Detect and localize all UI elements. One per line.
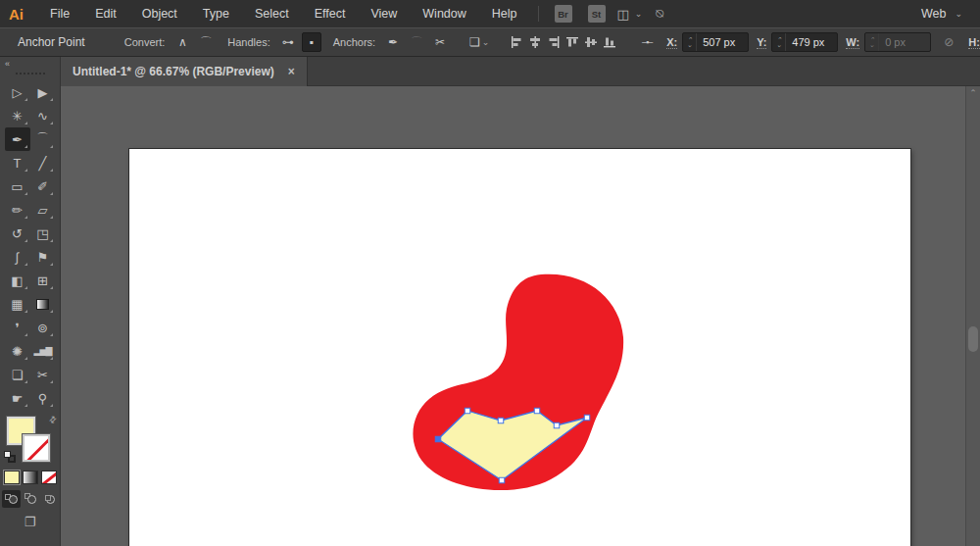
y-label[interactable]: Y: xyxy=(757,36,766,49)
mesh-tool[interactable]: ▦ xyxy=(5,292,30,316)
isolate-object-button[interactable]: ‒▪‒ xyxy=(637,32,657,52)
align-horizontal-left-button[interactable] xyxy=(510,35,523,49)
h-label[interactable]: H: xyxy=(968,36,980,49)
menu-help[interactable]: Help xyxy=(479,0,530,27)
w-label[interactable]: W: xyxy=(846,36,859,49)
workspace-layout-icon[interactable]: ◫ xyxy=(617,7,629,22)
swap-fill-stroke-icon[interactable]: ⇄ xyxy=(47,414,59,425)
menu-edit[interactable]: Edit xyxy=(82,0,129,27)
width-tool[interactable]: ∫ xyxy=(5,245,30,269)
screen-mode-button[interactable]: ❐ xyxy=(0,515,60,529)
anchor-point[interactable] xyxy=(554,422,560,428)
y-value: 479 px xyxy=(792,36,824,48)
draw-inside-button[interactable] xyxy=(39,490,58,508)
show-handles-button[interactable]: ⊶ xyxy=(278,32,298,52)
line-segment-tool[interactable]: ╱ xyxy=(30,151,56,174)
gradient-tool[interactable] xyxy=(30,292,56,316)
gpu-performance-icon[interactable]: ⍉ xyxy=(656,6,663,22)
eraser-tool[interactable]: ▱ xyxy=(30,198,56,222)
column-graph-tool[interactable]: ▂▅▇ xyxy=(30,339,56,363)
menu-effect[interactable]: Effect xyxy=(302,0,359,27)
scale-tool[interactable]: ◳ xyxy=(30,222,56,245)
pen-tool[interactable]: ✒ xyxy=(5,127,30,151)
color-button[interactable] xyxy=(4,471,20,484)
bridge-button[interactable]: Br xyxy=(555,5,572,23)
blend-tool[interactable]: ⊚ xyxy=(30,316,56,339)
direct-selection-tool[interactable]: ▶ xyxy=(30,80,56,104)
remove-anchor-button[interactable]: ✒ xyxy=(383,32,403,52)
chevron-down-icon: ⌄ xyxy=(955,9,962,19)
anchor-point[interactable] xyxy=(534,408,540,414)
rectangle-tool[interactable]: ▭ xyxy=(5,174,30,198)
vertical-scrollbar[interactable]: ⌃ xyxy=(965,86,980,546)
tools-grid: ▷▶✳∿✒⌒T╱▭✐✏▱↺◳∫⚑◧⊞▦❜⊚✺▂▅▇❏✂☛⚲ xyxy=(0,80,60,410)
align-vertical-bottom-button[interactable] xyxy=(603,35,616,49)
menu-select[interactable]: Select xyxy=(242,0,302,27)
control-bar: Anchor Point Convert: ∧⌒ Handles: ⊶▪ Anc… xyxy=(0,27,980,57)
artboard-tool[interactable]: ❏ xyxy=(5,363,30,386)
zoom-tool[interactable]: ⚲ xyxy=(30,386,56,410)
menu-type[interactable]: Type xyxy=(190,0,242,27)
type-tool[interactable]: T xyxy=(5,151,30,174)
convert-to-corner-button[interactable]: ∧ xyxy=(172,32,192,52)
tools-panel: « ▷▶✳∿✒⌒T╱▭✐✏▱↺◳∫⚑◧⊞▦❜⊚✺▂▅▇❏✂☛⚲ ⇄ ❐ xyxy=(0,57,61,546)
connect-anchors-button[interactable]: ⌒ xyxy=(407,32,426,52)
scroll-up-arrow[interactable]: ⌃ xyxy=(966,86,980,100)
x-label[interactable]: X: xyxy=(666,36,677,49)
document-tab[interactable]: Untitled-1* @ 66.67% (RGB/Preview) × xyxy=(61,57,308,86)
constrain-proportions-icon[interactable]: ⊘ xyxy=(939,32,958,52)
chevron-down-icon: ⌄ xyxy=(482,37,490,47)
align-horizontal-right-button[interactable] xyxy=(547,35,561,49)
pencil-tool[interactable]: ✏ xyxy=(5,198,30,222)
eyedropper-tool[interactable]: ❜ xyxy=(5,316,30,339)
align-vertical-center-button[interactable] xyxy=(584,35,598,49)
puppet-warp-tool[interactable]: ⚑ xyxy=(30,245,56,269)
gradient-button[interactable] xyxy=(23,471,38,484)
anchor-point-selected[interactable] xyxy=(435,436,441,442)
menu-file[interactable]: File xyxy=(37,0,82,27)
menu-bar: Ai FileEditObjectTypeSelectEffectViewWin… xyxy=(0,0,980,27)
menu-view[interactable]: View xyxy=(358,0,410,27)
y-stepper[interactable]: ⌃⌄ xyxy=(772,33,786,51)
align-horizontal-center-button[interactable] xyxy=(528,35,542,49)
menu-object[interactable]: Object xyxy=(129,0,190,27)
collapse-panel-icon[interactable]: « xyxy=(5,59,10,69)
align-vertical-top-button[interactable] xyxy=(565,35,579,49)
paintbrush-tool[interactable]: ✐ xyxy=(30,174,56,198)
panel-grip[interactable] xyxy=(16,73,45,74)
magic-wand-tool[interactable]: ✳ xyxy=(5,104,30,127)
selection-tool[interactable]: ▷ xyxy=(5,80,30,104)
canvas-pasteboard[interactable]: ⌃ xyxy=(61,86,980,546)
anchor-point[interactable] xyxy=(498,418,504,423)
tab-close-icon[interactable]: × xyxy=(288,65,295,78)
hand-tool[interactable]: ☛ xyxy=(5,386,30,410)
anchor-point[interactable] xyxy=(465,408,470,414)
y-input[interactable]: ⌃⌄ 479 px xyxy=(771,32,838,52)
rotate-tool[interactable]: ↺ xyxy=(5,222,30,245)
hide-handles-button[interactable]: ▪ xyxy=(302,32,321,52)
symbol-sprayer-tool[interactable]: ✺ xyxy=(5,339,30,363)
draw-behind-button[interactable] xyxy=(21,490,39,508)
scrollbar-thumb[interactable] xyxy=(968,326,978,352)
workspace-switcher[interactable]: Web ⌄ xyxy=(921,7,962,21)
shape-builder-tool[interactable]: ◧ xyxy=(5,269,30,292)
chevron-down-icon[interactable]: ⌄ xyxy=(635,9,643,19)
stock-button[interactable]: St xyxy=(588,5,606,23)
stroke-color-swatch[interactable] xyxy=(23,434,50,462)
anchor-point[interactable] xyxy=(499,477,505,483)
curvature-tool[interactable]: ⌒ xyxy=(30,127,56,151)
anchor-point[interactable] xyxy=(584,415,590,421)
convert-to-smooth-button[interactable]: ⌒ xyxy=(196,32,216,52)
slice-tool[interactable]: ✂ xyxy=(30,363,56,386)
cut-path-button[interactable]: ✂ xyxy=(430,32,450,52)
transform-menu-button[interactable]: ❏ ⌄ xyxy=(469,32,489,52)
lasso-tool[interactable]: ∿ xyxy=(30,104,56,127)
perspective-grid-tool[interactable]: ⊞ xyxy=(30,269,56,292)
menu-window[interactable]: Window xyxy=(410,0,478,27)
default-fill-stroke-icon[interactable] xyxy=(4,451,16,463)
draw-normal-button[interactable] xyxy=(2,490,21,508)
document-tab-title: Untitled-1* @ 66.67% (RGB/Preview) xyxy=(73,65,274,78)
x-stepper[interactable]: ⌃⌄ xyxy=(683,33,697,51)
none-button[interactable] xyxy=(41,471,57,484)
x-input[interactable]: ⌃⌄ 507 px xyxy=(682,32,749,52)
